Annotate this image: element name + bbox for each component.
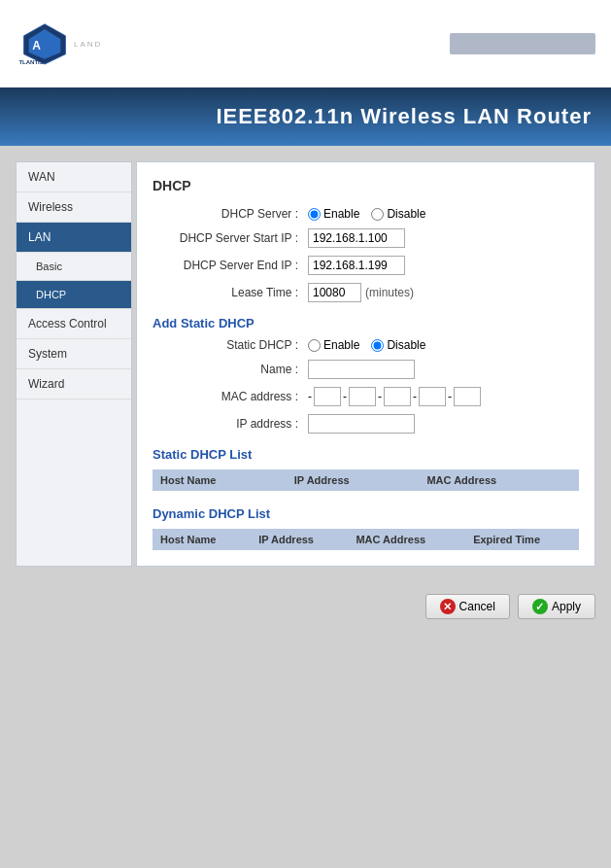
content-panel: DHCP DHCP Server : Enable Disable D: [136, 161, 595, 567]
static-list-title: Static DHCP List: [153, 447, 579, 462]
dhcp-end-ip-input[interactable]: [308, 256, 405, 275]
mac-seg-2[interactable]: [349, 387, 376, 406]
sidebar-item-basic[interactable]: Basic: [17, 253, 131, 281]
sidebar-item-system[interactable]: System: [17, 339, 131, 369]
lease-time-row: Lease Time : (minutes): [153, 283, 579, 302]
mac-seg-1[interactable]: [314, 387, 341, 406]
dynamic-col-expiredtime: Expired Time: [465, 529, 579, 550]
sidebar-item-dhcp[interactable]: DHCP: [17, 281, 131, 309]
dhcp-start-ip-input[interactable]: [308, 228, 405, 248]
apply-icon: ✓: [532, 599, 548, 614]
banner-title: IEEE802.11n Wireless LAN Router: [216, 104, 592, 129]
mac-seg-4[interactable]: [419, 387, 446, 406]
static-col-macaddr: MAC Address: [419, 469, 579, 491]
sidebar-item-wizard[interactable]: Wizard: [17, 369, 131, 399]
apply-button[interactable]: ✓ Apply: [518, 594, 595, 619]
svg-text:TLANTIS: TLANTIS: [18, 59, 43, 65]
static-col-ipaddr: IP Address: [287, 469, 420, 491]
dhcp-server-row: DHCP Server : Enable Disable: [153, 207, 579, 221]
name-label: Name :: [153, 363, 308, 376]
sidebar: WAN Wireless LAN Basic DHCP Access Contr…: [16, 161, 132, 567]
add-static-title: Add Static DHCP: [153, 316, 579, 330]
main-container: WAN Wireless LAN Basic DHCP Access Contr…: [16, 161, 595, 567]
dhcp-server-radio-group: Enable Disable: [308, 207, 425, 221]
lease-time-label: Lease Time :: [153, 286, 308, 299]
cancel-icon: ✕: [440, 599, 456, 614]
static-dhcp-row: Static DHCP : Enable Disable: [153, 338, 579, 352]
dynamic-col-ipaddr: IP Address: [251, 529, 348, 550]
banner: IEEE802.11n Wireless LAN Router: [0, 87, 611, 146]
mac-dash-4: -: [448, 390, 452, 403]
static-col-hostname: Host Name: [153, 469, 287, 491]
sidebar-item-access-control[interactable]: Access Control: [17, 309, 131, 339]
ip-addr-label: IP address :: [153, 417, 308, 431]
atlantis-logo-icon: A TLANTIS: [16, 19, 74, 68]
sidebar-item-lan[interactable]: LAN: [17, 223, 131, 253]
header: A TLANTIS LAND: [0, 0, 611, 87]
static-enable-radio[interactable]: Enable: [308, 338, 359, 352]
dynamic-col-macaddr: MAC Address: [348, 529, 465, 550]
static-dhcp-table: Host Name IP Address MAC Address: [153, 469, 579, 491]
dhcp-start-ip-label: DHCP Server Start IP :: [153, 231, 308, 245]
dhcp-end-ip-row: DHCP Server End IP :: [153, 256, 579, 275]
dhcp-start-ip-row: DHCP Server Start IP :: [153, 228, 579, 248]
name-row: Name :: [153, 360, 579, 379]
dhcp-disable-radio[interactable]: Disable: [371, 207, 425, 221]
mac-dash-2: -: [378, 390, 382, 403]
ip-addr-row: IP address :: [153, 414, 579, 434]
section-title: DHCP: [153, 178, 579, 193]
mac-dash-1: -: [343, 390, 347, 403]
static-dhcp-radio-group: Enable Disable: [308, 338, 425, 352]
header-bar: [450, 33, 595, 54]
mac-dash-3: -: [413, 390, 417, 403]
dhcp-enable-radio[interactable]: Enable: [308, 207, 359, 221]
footer-buttons: ✕ Cancel ✓ Apply: [0, 586, 611, 627]
sidebar-item-wan[interactable]: WAN: [17, 162, 131, 192]
name-input[interactable]: [308, 360, 415, 379]
lease-time-unit: (minutes): [365, 286, 414, 299]
mac-seg-3[interactable]: [384, 387, 411, 406]
dynamic-col-hostname: Host Name: [153, 529, 251, 550]
mac-seg-5[interactable]: [454, 387, 481, 406]
svg-text:A: A: [32, 39, 41, 52]
mac-row: MAC address : - - - - -: [153, 387, 579, 406]
mac-label: MAC address :: [153, 390, 308, 403]
sidebar-item-wireless[interactable]: Wireless: [17, 192, 131, 223]
brand-sub: LAND: [74, 40, 102, 49]
dhcp-end-ip-label: DHCP Server End IP :: [153, 259, 308, 272]
dynamic-list-title: Dynamic DHCP List: [153, 506, 579, 521]
cancel-button[interactable]: ✕ Cancel: [425, 594, 510, 619]
mac-dash-0: -: [308, 390, 312, 403]
dynamic-dhcp-table: Host Name IP Address MAC Address Expired…: [153, 529, 579, 550]
ip-addr-input[interactable]: [308, 414, 415, 434]
logo: A TLANTIS LAND: [16, 19, 102, 68]
static-dhcp-label: Static DHCP :: [153, 338, 308, 352]
mac-fields: - - - - -: [308, 387, 481, 406]
dhcp-server-label: DHCP Server :: [153, 207, 308, 221]
lease-time-input[interactable]: [308, 283, 361, 302]
static-disable-radio[interactable]: Disable: [371, 338, 425, 352]
